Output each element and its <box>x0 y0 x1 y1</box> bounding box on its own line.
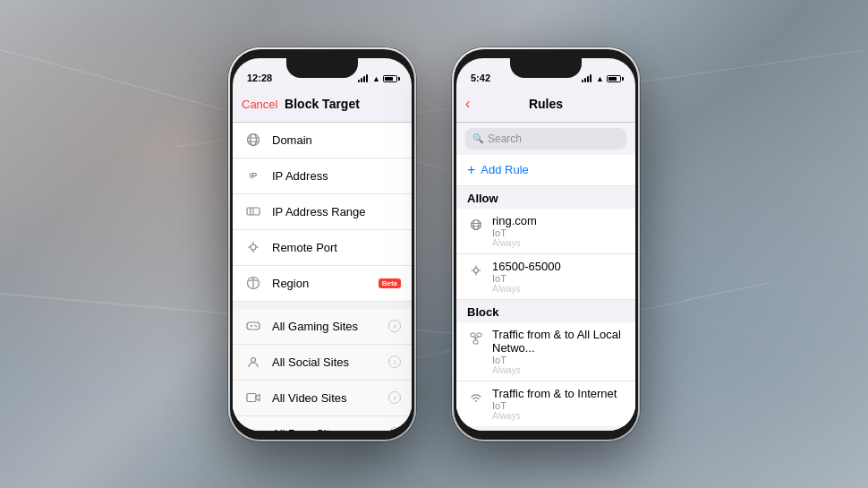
globe-rule-icon <box>467 216 485 234</box>
globe-icon <box>243 130 263 150</box>
list-item-domain[interactable]: Domain <box>233 123 412 158</box>
add-rule-row[interactable]: + Add Rule <box>456 155 635 186</box>
svg-rect-14 <box>247 322 260 330</box>
svg-point-19 <box>251 358 256 363</box>
svg-point-17 <box>254 325 256 327</box>
ring-sub: IoT <box>492 227 625 238</box>
rule-item-ring[interactable]: ring.com IoT Always <box>456 209 635 254</box>
ip-icon: IP <box>243 166 263 185</box>
local-sub: IoT <box>492 355 625 365</box>
local-timing: Always <box>492 365 625 375</box>
battery-icon-1 <box>383 75 397 82</box>
port-label: Remote Port <box>272 241 401 254</box>
svg-point-46 <box>475 400 477 402</box>
status-icons-2: ▲ <box>582 74 621 83</box>
porn-label: All Porn Sites <box>272 427 385 431</box>
battery-icon-2 <box>607 75 621 82</box>
rule-item-internet[interactable]: Traffic from & to Internet IoT Always <box>456 381 635 426</box>
svg-rect-20 <box>247 394 256 402</box>
internet-timing: Always <box>492 411 625 421</box>
block-section-header: Block <box>456 300 635 322</box>
wifi-icon-1: ▲ <box>372 74 380 83</box>
list-item-ip[interactable]: IP IP Address <box>233 158 412 194</box>
nav-bar-1: Cancel Block Target <box>233 87 412 123</box>
port-rule-icon <box>467 261 485 279</box>
list-item-ip-range[interactable]: IP Address Range <box>233 194 412 230</box>
globe-alt-icon <box>243 273 263 293</box>
rule-item-ports[interactable]: 16500-65000 IoT Always <box>456 254 635 300</box>
add-rule-plus-icon: + <box>467 162 475 178</box>
svg-rect-41 <box>477 333 481 337</box>
ring-title: ring.com <box>492 214 625 227</box>
svg-point-35 <box>474 268 479 272</box>
ip-label: IP Address <box>272 169 401 183</box>
rule-details-ports: 16500-65000 IoT Always <box>492 260 625 294</box>
porn-info[interactable]: i <box>388 427 401 431</box>
rule-details-internet: Traffic from & to Internet IoT Always <box>492 387 625 421</box>
list-item-porn[interactable]: 18+ All Porn Sites i <box>233 416 412 431</box>
gaming-label: All Gaming Sites <box>272 320 385 333</box>
svg-rect-40 <box>471 333 475 337</box>
local-title: Traffic from & to All Local Netwo... <box>492 328 625 355</box>
list-item-social[interactable]: All Social Sites i <box>233 345 412 381</box>
ring-timing: Always <box>492 238 625 248</box>
svg-point-32 <box>473 219 479 229</box>
svg-point-0 <box>248 134 260 146</box>
svg-point-1 <box>251 134 257 146</box>
ip-range-icon <box>243 201 263 221</box>
svg-point-31 <box>472 219 481 229</box>
list-item-video[interactable]: All Video Sites i <box>233 381 412 416</box>
content-2: 🔍 Search + Add Rule Allow <box>456 123 635 431</box>
social-info[interactable]: i <box>388 355 401 368</box>
gaming-icon <box>243 316 263 336</box>
allow-section-header: Allow <box>456 186 635 209</box>
search-bar-wrap: 🔍 Search <box>456 123 635 155</box>
internet-sub: IoT <box>492 400 625 411</box>
search-placeholder: Search <box>488 133 522 145</box>
phone1: 12:28 ▲ <box>228 47 416 441</box>
phones-container: 12:28 ▲ <box>0 0 868 488</box>
18plus-icon: 18+ <box>243 424 263 431</box>
nav-title-1: Block Target <box>285 97 360 111</box>
ports-timing: Always <box>492 284 625 294</box>
list-item-gaming[interactable]: All Gaming Sites i <box>233 309 412 345</box>
wifi-icon-2: ▲ <box>596 74 604 83</box>
notch1 <box>286 58 358 78</box>
list-item-port[interactable]: Remote Port <box>233 230 412 266</box>
ports-sub: IoT <box>492 273 625 284</box>
content-1: Domain IP IP Address <box>233 123 412 431</box>
rule-details-local: Traffic from & to All Local Netwo... IoT… <box>492 328 625 375</box>
ip-range-label: IP Address Range <box>272 205 401 218</box>
status-time-1: 12:28 <box>247 73 272 83</box>
svg-point-18 <box>256 326 258 328</box>
wifi-rule-icon <box>467 389 485 407</box>
port-icon <box>243 237 263 257</box>
signal-icon-1 <box>358 74 368 82</box>
search-bar[interactable]: 🔍 Search <box>465 128 626 150</box>
phone2: 5:42 ▲ <box>452 47 640 441</box>
domain-label: Domain <box>272 133 401 147</box>
gaming-info[interactable]: i <box>388 320 401 332</box>
list-item-region[interactable]: Region Beta <box>233 266 412 302</box>
cancel-button[interactable]: Cancel <box>242 98 277 111</box>
notch2 <box>510 58 582 78</box>
video-icon <box>243 388 263 407</box>
svg-rect-42 <box>473 340 478 344</box>
add-rule-label: Add Rule <box>481 163 528 176</box>
video-label: All Video Sites <box>272 391 385 405</box>
rule-item-local-network[interactable]: Traffic from & to All Local Netwo... IoT… <box>456 322 635 381</box>
nav-bar-2: ‹ Rules <box>456 87 635 123</box>
status-icons-1: ▲ <box>358 74 397 83</box>
rule-details-ring: ring.com IoT Always <box>492 214 625 248</box>
internet-title: Traffic from & to Internet <box>492 387 625 400</box>
signal-icon-2 <box>582 74 591 82</box>
ports-title: 16500-65000 <box>492 260 625 273</box>
region-badge: Beta <box>379 278 401 288</box>
social-label: All Social Sites <box>272 355 385 369</box>
nav-title-2: Rules <box>529 97 563 111</box>
network-rule-icon <box>467 330 485 347</box>
video-info[interactable]: i <box>388 391 401 404</box>
back-button[interactable]: ‹ <box>465 96 470 112</box>
region-label: Region <box>272 277 374 290</box>
search-icon: 🔍 <box>472 133 483 143</box>
